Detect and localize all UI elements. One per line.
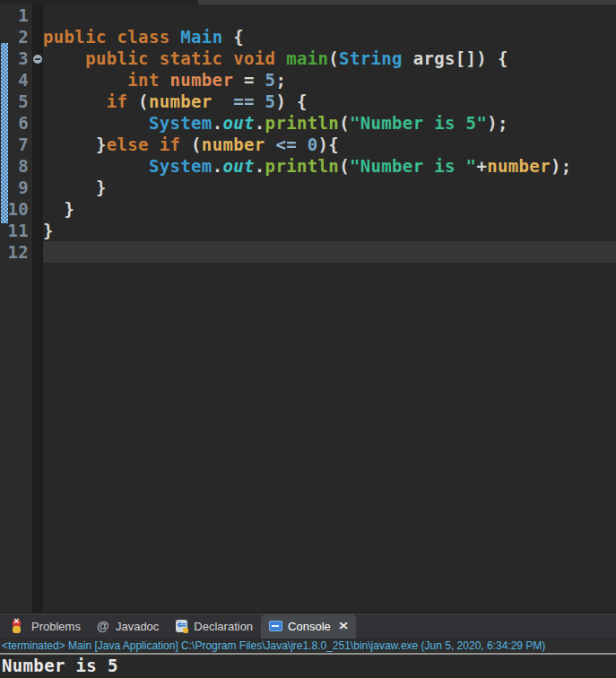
code-token: . bbox=[213, 156, 223, 176]
console-output[interactable]: Number is 5 bbox=[0, 655, 616, 677]
code-line[interactable]: 5 if (number == 5) { bbox=[0, 91, 616, 112]
code-token: number bbox=[169, 70, 233, 90]
code-token: 5 bbox=[265, 91, 276, 111]
line-number: 4 bbox=[0, 69, 32, 91]
code-line[interactable]: 11} bbox=[0, 220, 616, 241]
code-token: 0 bbox=[308, 135, 318, 154]
view-tabbar: Problems Javadoc ⇐ Declaration Console ✕ bbox=[0, 613, 616, 638]
code-token: ( bbox=[339, 156, 350, 176]
code-text: public class Main { bbox=[43, 26, 244, 48]
code-token bbox=[265, 135, 276, 154]
code-token: println bbox=[265, 156, 340, 176]
code-token: ( bbox=[138, 91, 149, 111]
declaration-icon: ⇐ bbox=[175, 620, 188, 633]
code-token: out bbox=[222, 113, 254, 133]
code-line[interactable]: 1 bbox=[0, 4, 616, 26]
code-token: ( bbox=[328, 48, 339, 68]
line-number: 3 bbox=[0, 48, 32, 69]
code-token: ) { bbox=[275, 91, 307, 111]
code-token: String bbox=[339, 48, 403, 68]
code-token: System bbox=[149, 113, 213, 133]
code-token: } bbox=[43, 135, 107, 154]
code-token bbox=[43, 156, 149, 176]
console-icon bbox=[269, 620, 282, 633]
code-token: []) { bbox=[455, 48, 508, 68]
code-text: }else if (number <= 0){ bbox=[43, 134, 339, 155]
bottom-view-panel: Problems Javadoc ⇐ Declaration Console ✕… bbox=[0, 613, 616, 678]
code-line[interactable]: 6 System.out.println("Number is 5"); bbox=[0, 112, 616, 134]
code-token: System bbox=[149, 156, 213, 176]
code-token: int bbox=[127, 70, 169, 90]
code-token: = bbox=[233, 70, 265, 90]
line-number: 6 bbox=[0, 112, 32, 134]
code-text: } bbox=[43, 198, 74, 220]
code-token: number bbox=[202, 135, 265, 154]
code-token: . bbox=[255, 113, 265, 133]
code-token: } bbox=[43, 178, 107, 197]
code-token: println bbox=[265, 113, 340, 133]
code-line[interactable]: 9 } bbox=[0, 177, 616, 198]
code-line[interactable]: 10 } bbox=[0, 198, 616, 220]
line-number: 11 bbox=[0, 220, 32, 241]
line-number: 1 bbox=[0, 4, 32, 26]
code-text: public static void main(String args[]) { bbox=[43, 48, 508, 69]
code-lines[interactable]: 12public class Main {3 public static voi… bbox=[0, 4, 616, 263]
code-token: . bbox=[213, 113, 223, 133]
code-line[interactable]: 8 System.out.println("Number is "+number… bbox=[0, 155, 616, 177]
code-token bbox=[43, 91, 107, 111]
code-token: public static void bbox=[85, 48, 286, 68]
code-text: int number = 5; bbox=[43, 69, 286, 91]
line-number: 8 bbox=[0, 155, 32, 177]
code-token bbox=[43, 48, 85, 68]
code-token bbox=[213, 91, 234, 111]
code-token: "Number is " bbox=[350, 156, 476, 176]
code-token: ( bbox=[191, 135, 202, 154]
line-number: 12 bbox=[0, 241, 32, 263]
tab-label: Problems bbox=[31, 620, 81, 633]
code-token: "Number is 5" bbox=[350, 113, 487, 133]
code-token: args bbox=[413, 48, 455, 68]
code-line[interactable]: 3 public static void main(String args[])… bbox=[0, 48, 616, 69]
code-token: + bbox=[476, 156, 487, 176]
tab-label: Declaration bbox=[194, 620, 253, 633]
code-line[interactable]: 4 int number = 5; bbox=[0, 69, 616, 91]
code-token: public class bbox=[43, 27, 180, 47]
code-token: number bbox=[487, 156, 551, 176]
code-line[interactable]: 12 bbox=[0, 241, 616, 263]
code-line[interactable]: 7 }else if (number <= 0){ bbox=[0, 134, 616, 155]
tab-problems[interactable]: Problems bbox=[4, 614, 89, 639]
line-number: 10 bbox=[0, 198, 32, 220]
code-text: } bbox=[43, 220, 54, 241]
fold-collapse-icon[interactable] bbox=[33, 55, 42, 64]
code-text: System.out.println("Number is 5"); bbox=[43, 112, 508, 134]
tab-console[interactable]: Console ✕ bbox=[261, 614, 356, 639]
code-line[interactable]: 2public class Main { bbox=[0, 26, 616, 48]
code-token: number bbox=[149, 91, 213, 111]
tab-label: Javadoc bbox=[116, 620, 159, 633]
tab-javadoc[interactable]: Javadoc bbox=[89, 614, 167, 639]
code-editor[interactable]: 12public class Main {3 public static voi… bbox=[0, 4, 616, 613]
code-token: <= bbox=[275, 135, 307, 154]
console-status-line: <terminated> Main [Java Application] C:\… bbox=[0, 638, 616, 655]
code-token: { bbox=[222, 27, 244, 47]
problems-icon bbox=[13, 620, 26, 633]
code-text: } bbox=[43, 177, 107, 198]
tab-label: Console bbox=[288, 620, 331, 633]
code-token: ; bbox=[275, 70, 286, 90]
code-token: ); bbox=[551, 156, 572, 176]
line-number: 2 bbox=[0, 26, 32, 48]
code-token: if bbox=[107, 91, 138, 111]
code-token: == bbox=[233, 91, 265, 111]
code-text: if (number == 5) { bbox=[43, 91, 308, 112]
code-token bbox=[403, 48, 413, 68]
close-icon[interactable]: ✕ bbox=[338, 620, 349, 632]
code-token: } bbox=[43, 199, 74, 219]
code-text: System.out.println("Number is "+number); bbox=[43, 155, 572, 177]
code-token: ); bbox=[487, 113, 508, 133]
code-token: . bbox=[255, 156, 265, 176]
tab-declaration[interactable]: ⇐ Declaration bbox=[167, 614, 261, 639]
code-token: Main bbox=[180, 27, 222, 47]
code-token: ( bbox=[339, 113, 350, 133]
code-token: 5 bbox=[265, 70, 276, 90]
code-token: ){ bbox=[318, 135, 340, 154]
